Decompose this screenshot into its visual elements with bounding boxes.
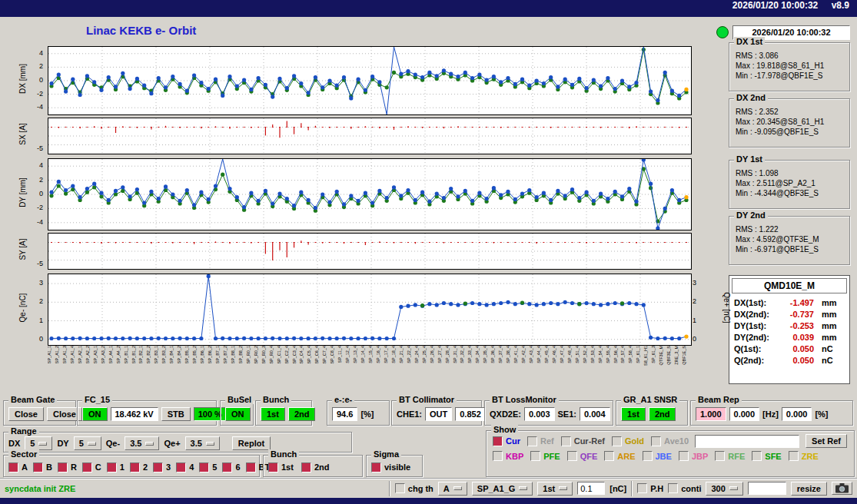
stat-line: RMS : 2.352 [736, 108, 849, 116]
sector-checkbox-c[interactable]: C [82, 463, 101, 472]
range-dy-select[interactable]: 5 [74, 436, 101, 450]
checkbox-icon [604, 451, 614, 461]
bunch-checkbox-1st[interactable]: 1st [268, 463, 294, 472]
y-tick-label: 1 [693, 317, 703, 324]
show-checkbox-zre[interactable]: ZRE [789, 451, 819, 461]
sector-group: Sector ABRC123456BT [3, 455, 260, 477]
snsr-1st-button[interactable]: 1st [621, 407, 646, 421]
sector-select[interactable]: A [438, 482, 467, 496]
sector-checkbox-r[interactable]: R [58, 463, 77, 472]
plot-sx[interactable] [48, 118, 692, 154]
range-qem-select[interactable]: 3.5 [125, 436, 159, 450]
x-axis-label: SP_A1_2 [55, 346, 60, 363]
show-checkbox-ave10[interactable]: Ave10 [651, 436, 689, 446]
device-select[interactable]: SP_A1_G [472, 482, 533, 496]
sector-checkbox-a[interactable]: A [8, 463, 28, 472]
plot-qe[interactable] [48, 274, 692, 346]
plot-dy[interactable] [48, 158, 692, 230]
y-tick-label: 0 [31, 335, 43, 343]
interval-select[interactable]: 300 [706, 482, 742, 496]
bunch-1st-button[interactable]: 1st [261, 407, 285, 421]
show-checkbox-jbp[interactable]: JBP [679, 451, 708, 461]
range-dx-select[interactable]: 5 [25, 436, 52, 450]
bunch-2nd-button[interactable]: 2nd [288, 407, 316, 421]
checkbox-icon [789, 451, 799, 461]
monitor-row-label: DY(1st): [734, 321, 776, 330]
sector-checkbox-6[interactable]: 6 [222, 463, 240, 472]
show-checkbox-gold[interactable]: Gold [612, 436, 644, 446]
monitor-row-value: 0.050 [776, 344, 814, 353]
fc15-on-button[interactable]: ON [82, 407, 108, 421]
x-axis-label: SP_37_4 [499, 346, 503, 363]
x-axis-label: SP_A2_2 [86, 346, 91, 363]
sector-checkbox-1[interactable]: 1 [107, 463, 125, 472]
checkbox-label: ZRE [802, 452, 819, 461]
x-axis-label: SP_42_4 [522, 346, 526, 363]
plot-sy[interactable] [48, 233, 692, 270]
show-checkbox-kbp[interactable]: KBP [493, 451, 523, 461]
show-checkbox-jbe[interactable]: JBE [643, 451, 672, 461]
aux-input[interactable] [748, 482, 786, 495]
sector-checkbox-5[interactable]: 5 [199, 463, 217, 472]
x-axis-label: SP_B8_1 [231, 346, 236, 363]
x-axis-label: SP_B1_2 [132, 346, 137, 363]
stat-line: Min : -4.344@QBF3E_S [736, 189, 849, 197]
qxd2e-label: QXD2E: [490, 410, 521, 419]
x-axis-label: SP_B3_2 [162, 346, 167, 363]
resize-button[interactable]: resize [791, 482, 827, 496]
stats-box-title: DX 1st [734, 37, 765, 46]
show-checkbox-cur-ref[interactable]: Cur-Ref [561, 436, 605, 446]
x-axis-label: SP_48_4 [568, 346, 573, 363]
sector-checkbox-2[interactable]: 2 [130, 463, 148, 472]
x-axis-label: SP_B6_1 [201, 346, 205, 363]
camera-button[interactable] [832, 482, 852, 495]
checkbox-label: 1st [281, 463, 294, 472]
fc15-stb-button[interactable]: STB [161, 407, 191, 421]
plot-dx[interactable] [48, 46, 692, 115]
show-checkbox-qfe[interactable]: QFE [567, 451, 598, 461]
x-axis-label: SP_A1_3 [63, 346, 68, 363]
x-axis-label: SP_25_4 [423, 346, 427, 363]
range-qep-select[interactable]: 3.5 [185, 436, 220, 450]
conti-checkbox[interactable]: conti [668, 483, 701, 493]
x-axis-label: SP_11_4 [338, 346, 343, 363]
threshold-input[interactable] [577, 482, 605, 495]
ph-checkbox[interactable]: P.H [637, 483, 663, 493]
chg-th-checkbox[interactable]: chg th [395, 483, 433, 493]
option-menu-dash-icon [729, 486, 738, 490]
checkbox-label: B [46, 463, 52, 472]
bunch-checkbox-2nd[interactable]: 2nd [301, 463, 330, 472]
sector-checkbox-b[interactable]: B [33, 463, 52, 472]
ref-name-input[interactable] [695, 435, 799, 448]
separator [389, 481, 390, 496]
x-axis-label: SP_15_4 [369, 346, 374, 363]
group-label: Range [8, 426, 39, 436]
checkbox-label: SFE [765, 452, 781, 461]
sector-checkbox-4[interactable]: 4 [176, 463, 194, 472]
show-checkbox-ref[interactable]: Ref [527, 436, 554, 446]
x-axis-label: SP_A2_1 [78, 346, 83, 363]
bunch-number-select[interactable]: 1st [537, 482, 573, 496]
show-checkbox-pfe[interactable]: PFE [530, 451, 560, 461]
bt-lossmonitor-group: BT LossMonitor QXD2E: 0.003 SE1: 0.004 [484, 400, 613, 426]
stats-box-title: DX 2nd [734, 93, 768, 102]
fc15-kv-display: 18.462 kV [111, 407, 158, 421]
busel-on-button[interactable]: ON [225, 407, 251, 421]
replot-button[interactable]: Replot [232, 436, 271, 450]
set-ref-button[interactable]: Set Ref [806, 434, 847, 448]
x-axis-label: SP_B4_1 [170, 346, 174, 363]
show-checkbox-rfe[interactable]: RFE [715, 451, 745, 461]
x-axis-label: SP_R0_4 [270, 346, 274, 364]
monitor-row-unit: nC [822, 356, 833, 365]
show-checkbox-are[interactable]: ARE [604, 451, 635, 461]
beam-gate-close-button-1[interactable]: Close [8, 407, 44, 421]
sector-checkbox-3[interactable]: 3 [153, 463, 171, 472]
snsr-2nd-button[interactable]: 2nd [649, 407, 676, 421]
sigma-checkbox-visible[interactable]: visible [371, 463, 410, 472]
x-axis-label: SP_C6_4 [315, 346, 320, 364]
checkbox-label: 5 [212, 463, 217, 472]
y-tick-label: 3 [693, 279, 703, 287]
stat-line: Max : 2.511@SP_A2_1 [736, 179, 849, 187]
show-checkbox-cur[interactable]: Cur [493, 436, 520, 446]
show-checkbox-sfe[interactable]: SFE [752, 451, 781, 461]
